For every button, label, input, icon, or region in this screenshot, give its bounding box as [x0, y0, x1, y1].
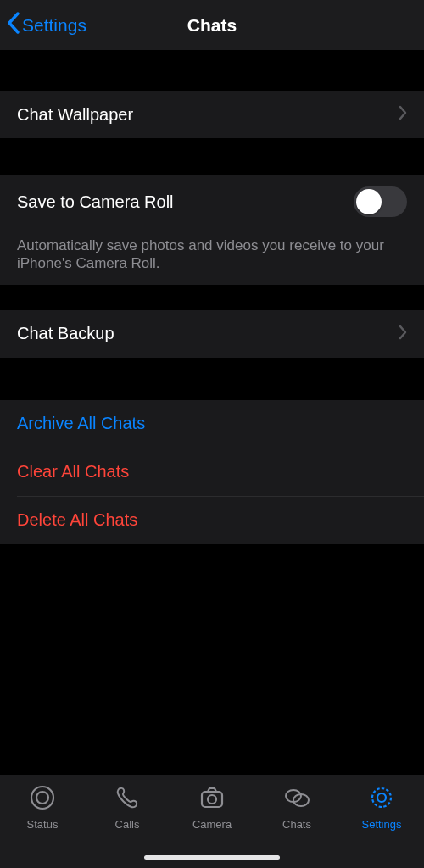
chat-icon — [282, 783, 311, 815]
svg-point-6 — [372, 788, 391, 807]
row-label: Chat Wallpaper — [17, 105, 399, 125]
row-label: Delete All Chats — [17, 510, 407, 530]
tab-label: Camera — [192, 818, 232, 831]
back-button[interactable]: Settings — [7, 11, 86, 39]
row-clear-all[interactable]: Clear All Chats — [0, 448, 424, 496]
spacer — [0, 358, 424, 400]
row-label: Save to Camera Roll — [17, 192, 354, 212]
row-archive-all[interactable]: Archive All Chats — [0, 400, 424, 448]
chevron-right-icon — [399, 105, 407, 124]
row-delete-all[interactable]: Delete All Chats — [0, 497, 424, 544]
chevron-left-icon — [7, 11, 22, 39]
spacer — [0, 138, 424, 175]
svg-rect-2 — [202, 792, 222, 807]
tab-label: Settings — [362, 818, 402, 831]
status-icon — [28, 783, 57, 815]
back-label: Settings — [22, 15, 86, 36]
gear-icon — [367, 783, 396, 815]
svg-point-3 — [208, 795, 216, 804]
spacer — [0, 50, 424, 91]
toggle-knob — [356, 189, 382, 214]
section-wallpaper: Chat Wallpaper — [0, 91, 424, 138]
row-footer-text: Automatically save photos and videos you… — [0, 228, 424, 285]
spacer — [0, 285, 424, 310]
row-label: Chat Backup — [17, 324, 399, 343]
svg-point-0 — [31, 787, 53, 809]
tab-label: Chats — [282, 818, 311, 831]
tab-label: Calls — [115, 818, 140, 831]
tab-status[interactable]: Status — [0, 783, 85, 868]
row-label: Archive All Chats — [17, 414, 407, 433]
tab-settings[interactable]: Settings — [339, 783, 424, 868]
row-chat-wallpaper[interactable]: Chat Wallpaper — [0, 91, 424, 138]
phone-icon — [113, 783, 142, 815]
row-chat-backup[interactable]: Chat Backup — [0, 310, 424, 358]
toggle-save-camera[interactable] — [354, 186, 407, 217]
section-backup: Chat Backup — [0, 310, 424, 358]
row-label: Clear All Chats — [17, 462, 407, 481]
tab-label: Status — [27, 818, 59, 831]
row-save-camera-roll: Save to Camera Roll — [0, 175, 424, 228]
camera-icon — [198, 783, 226, 815]
svg-point-1 — [36, 792, 48, 804]
home-indicator — [144, 855, 280, 860]
section-save-camera: Save to Camera Roll Automatically save p… — [0, 175, 424, 285]
chevron-right-icon — [399, 325, 407, 343]
tab-bar: Status Calls Camera Chats — [0, 775, 424, 868]
svg-point-7 — [377, 793, 386, 802]
section-bulk-actions: Archive All Chats Clear All Chats Delete… — [0, 400, 424, 544]
nav-bar: Settings Chats — [0, 0, 424, 50]
